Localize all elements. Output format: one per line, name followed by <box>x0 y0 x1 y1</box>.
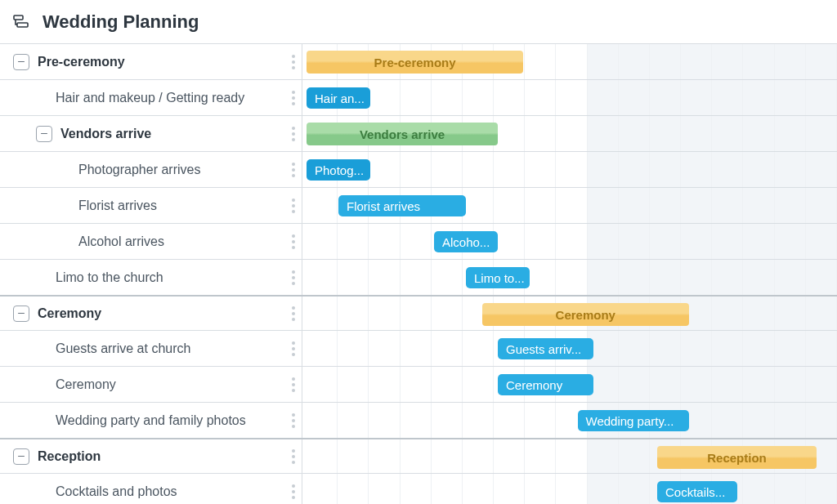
row-side: Ceremony <box>0 367 302 402</box>
bar-label: Reception <box>707 451 767 465</box>
bar-label: Ceremony <box>506 378 562 392</box>
task-bar[interactable]: Hair an... <box>307 87 370 109</box>
page-title: Wedding Planning <box>43 11 199 33</box>
bar-label: Hair an... <box>315 91 365 105</box>
drag-handle-icon[interactable] <box>292 341 295 356</box>
drag-handle-icon[interactable] <box>292 413 295 428</box>
gantt-row: CeremonyCeremony <box>0 367 837 403</box>
group-bar[interactable]: Pre-ceremony <box>307 51 523 74</box>
group-bar[interactable]: Vendors arrive <box>307 123 498 145</box>
bar-label: Vendors arrive <box>360 127 445 141</box>
row-side: Pre-ceremony <box>0 44 302 79</box>
rows-container: Pre-ceremonyPre-ceremonyHair and makeup … <box>0 44 837 504</box>
row-label: Limo to the church <box>56 270 302 285</box>
gantt-row: Alcohol arrivesAlcoho... <box>0 224 837 260</box>
row-label: Florist arrives <box>78 198 302 213</box>
row-side: Florist arrives <box>0 188 302 223</box>
task-bar[interactable]: Florist arrives <box>338 195 466 216</box>
gantt-row: Hair and makeup / Getting readyHair an..… <box>0 80 837 116</box>
gantt-row: Pre-ceremonyPre-ceremony <box>0 44 837 80</box>
row-label: Wedding party and family photos <box>56 413 302 428</box>
bar-label: Wedding party... <box>586 414 674 428</box>
row-side: Photographer arrives <box>0 152 302 187</box>
collapse-toggle[interactable] <box>13 448 29 465</box>
drag-handle-icon[interactable] <box>292 163 295 177</box>
row-side: Limo to the church <box>0 260 302 295</box>
task-bar[interactable]: Guests arriv... <box>498 338 593 359</box>
drag-handle-icon[interactable] <box>292 55 295 69</box>
bar-label: Alcoho... <box>442 235 490 249</box>
drag-handle-icon[interactable] <box>292 198 295 213</box>
task-bar[interactable]: Ceremony <box>498 374 593 395</box>
group-bar[interactable]: Reception <box>657 446 817 469</box>
drag-handle-icon[interactable] <box>292 377 295 392</box>
gantt-row: Guests arrive at churchGuests arriv... <box>0 331 837 367</box>
row-label: Alcohol arrives <box>78 234 302 249</box>
collapse-toggle[interactable] <box>13 306 29 322</box>
drag-handle-icon[interactable] <box>292 306 295 321</box>
group-bar[interactable]: Ceremony <box>482 303 690 326</box>
row-label: Ceremony <box>38 306 302 321</box>
row-side: Hair and makeup / Getting ready <box>0 80 302 115</box>
gantt-row: ReceptionReception <box>0 438 837 474</box>
gantt-row: Florist arrivesFlorist arrives <box>0 188 837 224</box>
row-label: Photographer arrives <box>78 163 302 177</box>
drag-handle-icon[interactable] <box>292 484 295 499</box>
row-side: Ceremony <box>0 297 302 330</box>
gantt-row: Wedding party and family photosWedding p… <box>0 403 837 439</box>
gantt-row: Vendors arriveVendors arrive <box>0 116 837 152</box>
row-label: Cocktails and photos <box>56 484 302 499</box>
collapse-toggle[interactable] <box>36 126 52 142</box>
task-bar[interactable]: Cocktails... <box>657 481 737 502</box>
drag-handle-icon[interactable] <box>292 270 295 285</box>
row-label: Reception <box>38 449 302 464</box>
collapse-toggle[interactable] <box>13 54 29 70</box>
header: Wedding Planning <box>0 0 837 44</box>
task-bar[interactable]: Wedding party... <box>578 410 690 431</box>
bar-label: Limo to... <box>474 271 525 285</box>
row-label: Guests arrive at church <box>56 341 302 356</box>
row-side: Alcohol arrives <box>0 224 302 259</box>
gantt-row: Photographer arrivesPhotog... <box>0 152 837 188</box>
gantt-row: Limo to the churchLimo to... <box>0 260 837 296</box>
gantt-row: Cocktails and photosCocktails... <box>0 474 837 504</box>
row-side: Wedding party and family photos <box>0 403 302 438</box>
row-side: Cocktails and photos <box>0 474 302 504</box>
gantt-row: CeremonyCeremony <box>0 295 837 331</box>
task-bar[interactable]: Limo to... <box>466 267 530 288</box>
row-label: Hair and makeup / Getting ready <box>56 91 302 105</box>
drag-handle-icon[interactable] <box>292 234 295 249</box>
row-label: Pre-ceremony <box>38 55 302 69</box>
task-bar[interactable]: Alcoho... <box>434 231 498 252</box>
bar-label: Florist arrives <box>347 199 420 213</box>
bar-label: Pre-ceremony <box>374 56 456 69</box>
gantt-icon <box>11 12 31 32</box>
bar-label: Guests arriv... <box>506 342 581 356</box>
drag-handle-icon[interactable] <box>292 449 295 464</box>
drag-handle-icon[interactable] <box>292 127 295 141</box>
gantt-app: Wedding Planning Pre-ceremonyPre-ceremon… <box>0 0 837 504</box>
bar-label: Ceremony <box>556 308 615 322</box>
svg-rect-0 <box>14 16 23 20</box>
row-side: Guests arrive at church <box>0 331 302 366</box>
bar-label: Photog... <box>315 163 364 177</box>
svg-rect-1 <box>17 23 28 27</box>
row-side: Vendors arrive <box>0 116 302 151</box>
task-bar[interactable]: Photog... <box>307 159 370 181</box>
row-label: Ceremony <box>56 377 302 392</box>
row-side: Reception <box>0 439 302 473</box>
bar-label: Cocktails... <box>665 485 725 499</box>
row-label: Vendors arrive <box>60 127 302 141</box>
drag-handle-icon[interactable] <box>292 91 295 105</box>
